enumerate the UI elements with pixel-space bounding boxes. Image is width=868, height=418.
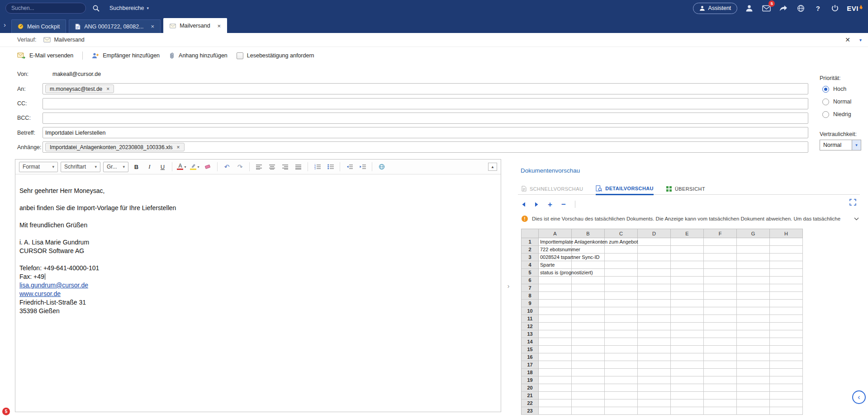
italic-button[interactable]: I	[144, 162, 155, 172]
tab-mein-cockpit[interactable]: Mein Cockpit	[11, 19, 66, 33]
sheet-cell	[737, 261, 770, 269]
sheet-row: 30028524 tspartner Sync-ID	[522, 254, 803, 261]
tab-uebersicht[interactable]: ÜBERSICHT	[666, 186, 705, 195]
topbar-right: Assistent 5 ? EVI	[693, 3, 863, 14]
sheet-cell	[605, 346, 638, 353]
collapse-toolbar-button[interactable]: ▲	[488, 163, 497, 171]
tab-schnellvorschau[interactable]: SCHNELLVORSCHAU	[522, 186, 583, 195]
priority-option-hoch[interactable]: Hoch	[822, 85, 851, 93]
notifications-badge[interactable]: 5	[2, 408, 10, 415]
remove-chip-icon[interactable]: ×	[177, 144, 180, 150]
close-tab-icon[interactable]: ×	[151, 23, 155, 30]
close-icon[interactable]: ✕	[845, 36, 850, 43]
tab-angebot[interactable]: ANG 0001722, 08082... ×	[69, 19, 161, 33]
add-attachment-button[interactable]: Anhang hinzufügen	[169, 52, 228, 59]
sheet-cell	[671, 292, 704, 300]
sheet-cell	[737, 307, 770, 315]
remove-format-button[interactable]	[203, 162, 213, 172]
align-right-button[interactable]	[280, 162, 290, 172]
send-email-icon	[17, 52, 26, 59]
sheet-cell	[704, 338, 737, 346]
mail-icon[interactable]: 5	[761, 3, 772, 14]
sheet-cell: Importtemplate Anlagenkonten zum Angebot	[539, 238, 572, 246]
insert-link-button[interactable]	[376, 162, 387, 172]
read-receipt-toggle[interactable]: Lesebestätigung anfordern	[237, 52, 314, 59]
sheet-cell	[572, 338, 605, 346]
sheet-row: 18	[522, 369, 803, 376]
fullscreen-button[interactable]	[849, 199, 856, 206]
redo-button[interactable]: ↷	[235, 162, 245, 172]
editor-line: Telefon: +49-641-40000-101	[19, 264, 495, 272]
priority-option-normal[interactable]: Normal	[822, 98, 851, 106]
close-tab-icon[interactable]: ×	[218, 23, 221, 29]
bold-button[interactable]: B	[131, 162, 142, 172]
sheet-cell	[638, 376, 671, 384]
expand-warning-button[interactable]	[854, 217, 859, 221]
chevron-down-icon[interactable]: ▾	[859, 38, 862, 42]
link[interactable]: www.cursor.de	[19, 290, 61, 297]
subject-field[interactable]	[43, 127, 808, 138]
search-scope-dropdown[interactable]: Suchbereiche ▾	[109, 5, 149, 11]
sheet-cell	[704, 346, 737, 353]
confidentiality-select[interactable]: Normal ▾	[820, 140, 861, 150]
justify-button[interactable]	[293, 162, 304, 172]
search-icon[interactable]	[90, 3, 101, 14]
bcc-field[interactable]	[43, 113, 808, 124]
size-select[interactable]: Gr...▾	[103, 162, 128, 172]
attachments-field[interactable]: Importdatei_Anlagenkonten_20230808_10033…	[43, 141, 808, 153]
power-icon[interactable]	[830, 3, 840, 14]
undo-button[interactable]: ↶	[222, 162, 232, 172]
row-header: 22	[522, 399, 539, 407]
outdent-button[interactable]	[344, 162, 355, 172]
help-icon[interactable]: ?	[812, 3, 823, 14]
editor-line: Sehr geehrter Herr Moneysac,	[19, 187, 495, 195]
ordered-list-button[interactable]: ​123	[312, 162, 323, 172]
search-input[interactable]	[5, 3, 86, 14]
add-recipient-button[interactable]: Empfänger hinzufügen	[92, 52, 160, 59]
highlight-button[interactable]: ▾	[190, 162, 200, 172]
expand-panel-icon[interactable]: ›	[4, 21, 6, 28]
format-select[interactable]: Format▾	[19, 162, 58, 172]
send-email-button[interactable]: E-Mail versenden	[17, 52, 73, 59]
tab-label: Mailversand	[180, 23, 210, 29]
next-page-button[interactable]	[535, 202, 539, 207]
align-center-button[interactable]	[267, 162, 277, 172]
tab-detailvorschau[interactable]: DETAILVORSCHAU	[596, 185, 654, 195]
underline-button[interactable]: U	[157, 162, 168, 172]
paperclip-icon	[169, 52, 175, 59]
contacts-icon[interactable]	[744, 3, 754, 14]
cc-field[interactable]	[43, 98, 808, 109]
sheet-cell	[572, 392, 605, 399]
sheet-cell	[671, 315, 704, 323]
row-header: 18	[522, 369, 539, 376]
confidentiality-label: Vertraulichkeit:	[820, 131, 857, 137]
collapse-sidebar-button[interactable]: ‹	[852, 390, 866, 404]
previous-page-button[interactable]	[522, 202, 526, 207]
priority-option-niedrig[interactable]: Niedrig	[822, 110, 851, 118]
link[interactable]: lisa.gundrum@cursor.de	[19, 282, 88, 289]
tab-mailversand[interactable]: Mailversand ×	[163, 18, 227, 33]
zoom-out-button[interactable]: −	[561, 201, 566, 208]
share-icon[interactable]	[778, 3, 789, 14]
to-field[interactable]: m.moneysac@test.de ×	[43, 83, 808, 94]
row-header: 8	[522, 292, 539, 300]
indent-button[interactable]	[357, 162, 368, 172]
chevron-down-icon[interactable]: ▾	[852, 140, 861, 150]
font-select[interactable]: Schriftart▾	[61, 162, 100, 172]
globe-icon[interactable]	[795, 3, 806, 14]
editor-line: i. A. Lisa Marie Gundrum	[19, 238, 495, 247]
add-attachment-label: Anhang hinzufügen	[179, 52, 228, 59]
bullet-list-button[interactable]	[325, 162, 336, 172]
sheet-cell	[671, 238, 704, 246]
splitter-handle[interactable]: ›	[505, 280, 512, 292]
email-body-text[interactable]: Sehr geehrter Herr Moneysac,anbei finden…	[15, 174, 501, 412]
zoom-in-button[interactable]: +	[548, 201, 552, 208]
indent-icon	[360, 164, 366, 169]
remove-chip-icon[interactable]: ×	[106, 86, 109, 92]
align-left-button[interactable]	[254, 162, 264, 172]
editor-line: Friedrich-List-Straße 31	[19, 298, 495, 307]
history-item[interactable]: Mailversand	[43, 37, 84, 43]
sheet-cell	[638, 254, 671, 261]
text-color-button[interactable]: A ▾	[176, 162, 187, 172]
assistant-button[interactable]: Assistent	[693, 3, 738, 14]
